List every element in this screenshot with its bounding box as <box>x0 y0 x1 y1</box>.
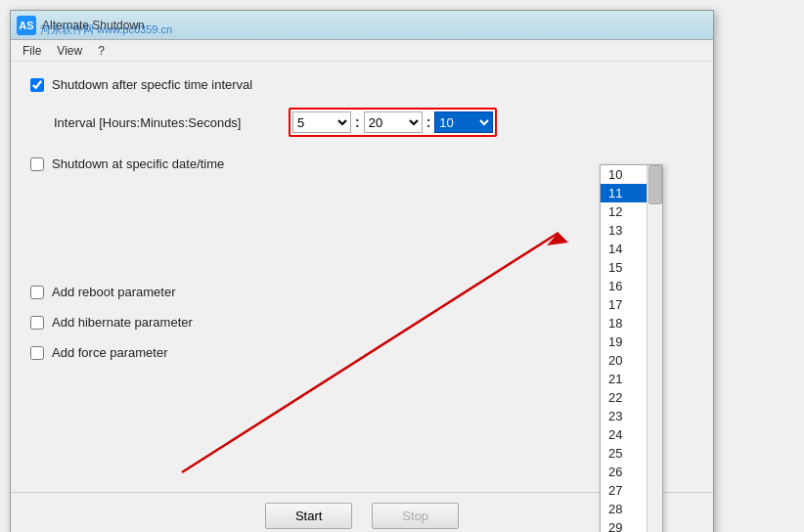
seconds-select[interactable]: 10 <box>434 111 493 133</box>
force-row: Add force parameter <box>30 345 693 360</box>
main-window: AS Alternate Shutdown 河东软件网 www.pc0359.c… <box>10 10 714 532</box>
shutdown-interval-label: Shutdown after specfic time interval <box>52 77 252 92</box>
spacer <box>30 187 693 265</box>
shutdown-datetime-row: Shutdown at specific date/time <box>30 156 693 171</box>
scrollbar-thumb[interactable] <box>648 165 662 204</box>
force-label: Add force parameter <box>52 345 168 360</box>
reboot-row: Add reboot parameter <box>30 285 693 299</box>
colon-2: : <box>423 114 435 130</box>
hibernate-checkbox[interactable] <box>30 316 44 330</box>
hours-select[interactable]: 5 <box>292 111 351 133</box>
interval-controls: 5 : 20 : 10 <box>289 108 497 137</box>
minutes-select[interactable]: 20 <box>364 111 423 133</box>
shutdown-interval-checkbox[interactable] <box>30 78 44 92</box>
colon-1: : <box>351 114 364 130</box>
content-area: Shutdown after specfic time interval Int… <box>11 62 713 492</box>
shutdown-datetime-checkbox[interactable] <box>30 157 44 171</box>
watermark-text: 河东软件网 www.pc0359.cn <box>40 22 172 37</box>
stop-button[interactable]: Stop <box>372 503 459 529</box>
force-checkbox[interactable] <box>30 346 44 360</box>
shutdown-datetime-label: Shutdown at specific date/time <box>52 156 224 171</box>
bottom-checkboxes: Add reboot parameter Add hibernate param… <box>30 285 693 360</box>
reboot-checkbox[interactable] <box>30 286 44 299</box>
start-button[interactable]: Start <box>265 503 352 529</box>
scrollbar-track[interactable] <box>647 165 662 532</box>
interval-label: Interval [Hours:Minutes:Seconds] <box>54 115 269 130</box>
reboot-label: Add reboot parameter <box>52 285 175 299</box>
seconds-dropdown[interactable]: 10 11 12 13 14 15 16 17 18 19 20 21 22 2… <box>600 164 663 532</box>
interval-row: Interval [Hours:Minutes:Seconds] 5 : 20 … <box>30 108 693 137</box>
shutdown-interval-row: Shutdown after specfic time interval <box>30 77 693 92</box>
menu-view[interactable]: View <box>49 42 90 59</box>
menu-file[interactable]: File <box>15 42 49 59</box>
menu-help[interactable]: ? <box>90 42 112 59</box>
hibernate-row: Add hibernate parameter <box>30 315 693 330</box>
hibernate-label: Add hibernate parameter <box>52 315 193 330</box>
menu-bar: File View ? <box>11 40 713 62</box>
app-icon: AS <box>17 16 36 35</box>
